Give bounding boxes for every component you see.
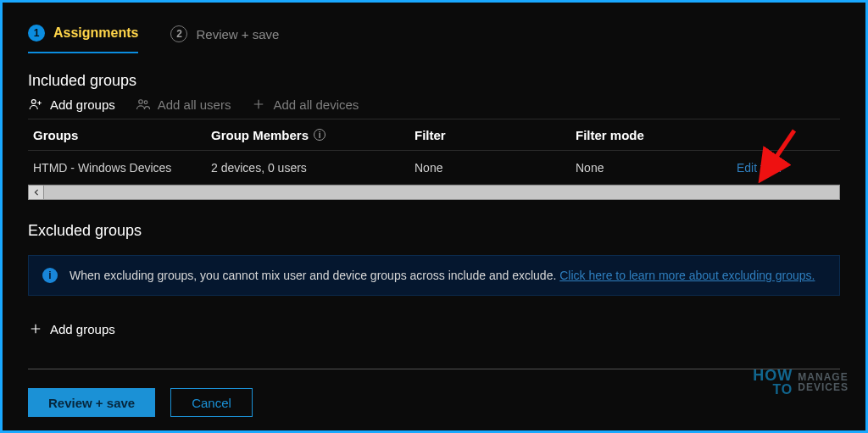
col-filter: Filter bbox=[415, 128, 576, 142]
scroll-left-icon[interactable] bbox=[29, 186, 44, 199]
plus-icon bbox=[28, 321, 43, 336]
review-save-button[interactable]: Review + save bbox=[28, 388, 155, 417]
col-group-members: Group Members i bbox=[211, 128, 415, 142]
footer-divider bbox=[28, 369, 840, 369]
cancel-button[interactable]: Cancel bbox=[170, 388, 253, 417]
svg-point-2 bbox=[144, 101, 147, 104]
table-row: HTMD - Windows Devices 2 devices, 0 user… bbox=[28, 151, 840, 185]
excluded-info-body: When excluding groups, you cannot mix us… bbox=[70, 269, 559, 282]
step-2-badge: 2 bbox=[170, 25, 187, 42]
table-header: Groups Group Members i Filter Filter mod… bbox=[28, 119, 840, 151]
add-groups-button[interactable]: Add groups bbox=[28, 97, 115, 112]
watermark-how: HOW bbox=[753, 368, 793, 383]
excluded-groups-title: Excluded groups bbox=[28, 222, 840, 240]
excluded-learn-more-link[interactable]: Click here to learn more about excluding… bbox=[559, 269, 815, 282]
cell-filter: None bbox=[415, 161, 576, 175]
add-all-devices-button[interactable]: Add all devices bbox=[251, 97, 359, 112]
cell-group-members: 2 devices, 0 users bbox=[211, 161, 415, 175]
add-all-devices-label: Add all devices bbox=[273, 97, 359, 112]
add-all-users-label: Add all users bbox=[158, 97, 231, 112]
info-icon[interactable]: i bbox=[314, 129, 326, 141]
col-groups: Groups bbox=[33, 128, 211, 142]
included-actions-bar: Add groups Add all users Add all devices bbox=[28, 97, 840, 112]
excluded-add-groups-button[interactable]: Add groups bbox=[28, 321, 115, 336]
horizontal-scrollbar[interactable] bbox=[28, 185, 840, 200]
watermark-manage: MANAGE bbox=[798, 372, 849, 382]
people-icon bbox=[136, 97, 151, 112]
cell-filter-mode: None bbox=[576, 161, 737, 175]
included-groups-table: Groups Group Members i Filter Filter mod… bbox=[28, 119, 840, 200]
svg-point-0 bbox=[31, 100, 36, 104]
add-groups-label: Add groups bbox=[50, 97, 115, 112]
step-1-label: Assignments bbox=[53, 25, 138, 41]
excluded-info-banner: i When excluding groups, you cannot mix … bbox=[28, 255, 840, 296]
watermark-devices: DEVICES bbox=[798, 382, 849, 392]
step-assignments[interactable]: 1 Assignments bbox=[28, 14, 138, 53]
add-all-users-button[interactable]: Add all users bbox=[136, 97, 231, 112]
col-filter-mode: Filter mode bbox=[576, 128, 737, 142]
step-2-label: Review + save bbox=[196, 27, 279, 42]
watermark-logo: HOW TO MANAGE DEVICES bbox=[753, 368, 849, 397]
excluded-actions-bar: Add groups bbox=[28, 321, 840, 336]
included-groups-title: Included groups bbox=[28, 72, 840, 90]
excluded-info-text: When excluding groups, you cannot mix us… bbox=[70, 269, 815, 282]
wizard-steps: 1 Assignments 2 Review + save bbox=[28, 14, 840, 53]
edit-filter-link[interactable]: Edit filter bbox=[737, 161, 835, 175]
excluded-add-groups-label: Add groups bbox=[50, 322, 115, 336]
footer-buttons: Review + save Cancel bbox=[28, 388, 253, 417]
col-group-members-label: Group Members bbox=[211, 128, 309, 142]
watermark-to: TO bbox=[753, 383, 793, 397]
svg-point-1 bbox=[138, 100, 142, 104]
cell-group-name: HTMD - Windows Devices bbox=[33, 161, 211, 175]
plus-icon bbox=[251, 97, 266, 112]
step-1-badge: 1 bbox=[28, 25, 45, 42]
info-icon: i bbox=[42, 268, 58, 283]
step-review-save[interactable]: 2 Review + save bbox=[170, 14, 279, 53]
person-add-icon bbox=[28, 97, 43, 112]
